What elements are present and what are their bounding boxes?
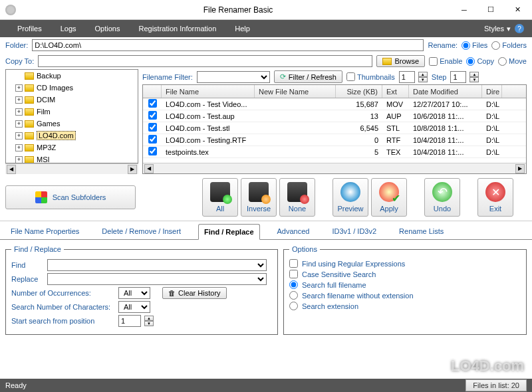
chars-select[interactable]: All [118,301,150,313]
expander-icon[interactable]: + [15,156,23,163]
thumbnails-checkbox[interactable] [346,72,355,81]
tree-item[interactable]: +Backup [6,70,138,82]
folder-input[interactable] [32,39,424,51]
menu-help[interactable]: Help [225,25,259,33]
undo-button[interactable]: ↶Undo [424,178,460,217]
step-input[interactable] [450,71,466,83]
table-row[interactable]: LO4D.com - Test.stl6,545STL10/8/2018 1:1… [143,122,526,134]
tree-item-label: MSI [37,155,50,163]
grid-scroll-left-icon[interactable]: ◀ [144,164,154,173]
grid-hscroll[interactable]: ◀▶ [143,163,526,173]
find-input[interactable] [47,259,267,271]
enable-checkbox[interactable] [429,57,438,66]
table-row[interactable]: LO4D.com - Test.aup13AUP10/6/2018 11:...… [143,110,526,122]
col-date[interactable]: Date Modified [409,85,482,98]
tree-item[interactable]: +Film [6,106,138,118]
thumb-spinner[interactable]: ▲▼ [418,72,428,82]
cell-dir: D:\L [482,100,502,108]
menu-logs[interactable]: Logs [51,25,86,33]
expander-icon[interactable]: + [15,132,23,140]
expander-icon[interactable]: + [15,84,23,92]
rename-folders-radio[interactable] [491,41,500,50]
tab-id3[interactable]: ID3v1 / ID3v2 [327,224,382,239]
tree-item[interactable]: +DCIM [6,94,138,106]
minimize-button[interactable]: ─ [455,3,473,17]
cell-date: 10/8/2018 1:1... [409,124,482,132]
table-row[interactable]: testpoints.tex5TEX10/4/2018 11:...D:\L [143,146,526,158]
occurrences-select[interactable]: All [118,287,150,299]
col-check[interactable] [143,85,162,98]
select-inverse-button[interactable]: Inverse [241,178,277,217]
tab-file-name-properties[interactable]: File Name Properties [5,224,84,239]
menu-styles[interactable]: Styles ▾ [484,25,511,33]
scroll-left-icon[interactable]: ◀ [7,165,16,174]
col-filename[interactable]: File Name [162,85,255,98]
tab-rename-lists[interactable]: Rename Lists [394,224,449,239]
table-row[interactable]: LO4D.com - Testing.RTF0RTF10/4/2018 11:.… [143,134,526,146]
row-checkbox[interactable] [148,135,157,144]
grid-header: File Name New File Name Size (KB) Ext Da… [143,85,526,98]
exit-button[interactable]: ✕Exit [477,178,513,217]
move-radio[interactable] [498,57,507,66]
copyto-input[interactable] [38,55,372,67]
close-button[interactable]: ✕ [508,3,527,17]
select-all-button[interactable]: All [202,178,238,217]
menu-registration[interactable]: Registration Information [129,25,225,33]
expander-icon[interactable]: + [15,96,23,104]
apply-button[interactable]: ✔Apply [371,178,407,217]
row-checkbox[interactable] [148,111,157,120]
table-row[interactable]: LO4D.com - Test Video...15,687MOV12/27/2… [143,98,526,110]
folder-tree[interactable]: +Backup+CD Images+DCIM+Film+Games+LO4D.c… [5,69,138,163]
col-ext[interactable]: Ext [382,85,409,98]
help-icon[interactable]: ? [515,24,524,33]
tree-item[interactable]: +Games [6,118,138,130]
rename-files-radio[interactable] [462,41,470,50]
folder-icon [25,120,34,128]
col-newfilename[interactable]: New File Name [255,85,336,98]
row-checkbox[interactable] [148,147,157,155]
cell-ext: MOV [382,100,409,108]
clear-history-button[interactable]: 🗑Clear History [162,287,227,299]
tab-delete-remove-insert[interactable]: Delete / Remove / Insert [96,224,186,239]
replace-input[interactable] [47,273,267,285]
copy-radio[interactable] [466,57,475,66]
expander-icon[interactable]: + [15,144,23,151]
tree-item[interactable]: +CD Images [6,82,138,94]
expander-icon[interactable]: + [15,108,23,116]
tree-hscroll[interactable]: ◀▶ [5,163,138,174]
expander-icon[interactable]: + [15,120,23,128]
filter-select[interactable] [197,71,270,83]
case-checkbox[interactable] [289,270,298,278]
step-spinner[interactable]: ▲▼ [469,72,479,82]
select-none-button[interactable]: None [279,178,315,217]
pos-spinner[interactable]: ▲▼ [144,316,154,326]
row-checkbox[interactable] [148,99,157,108]
thumbnail-size-input[interactable] [399,71,415,83]
col-dir[interactable]: Dire [482,85,502,98]
regex-checkbox[interactable] [289,259,298,268]
tab-find-replace[interactable]: Find / Replace [198,224,260,240]
scroll-right-icon[interactable]: ▶ [128,165,137,174]
pos-input[interactable] [118,315,141,327]
tree-item-label: MP3Z [37,144,56,151]
search-ext-radio[interactable] [289,302,298,310]
search-full-radio[interactable] [289,280,298,289]
maximize-button[interactable]: ☐ [481,3,500,17]
search-noext-radio[interactable] [289,291,298,300]
filter-refresh-button[interactable]: ⟳Filter / Refresh [274,70,342,83]
browse-button[interactable]: Browse [376,55,425,67]
grid-scroll-right-icon[interactable]: ▶ [515,164,525,173]
tab-advanced[interactable]: Advanced [272,224,315,239]
menu-options[interactable]: Options [86,25,130,33]
find-replace-legend: Find / Replace [11,245,64,253]
scan-subfolders-button[interactable]: Scan Subfolders [5,185,136,209]
preview-button[interactable]: Preview [332,178,368,217]
col-size[interactable]: Size (KB) [336,85,382,98]
menu-profiles[interactable]: Profiles [8,25,51,33]
tree-item[interactable]: +LO4D.com [6,130,138,142]
grid-body[interactable]: LO4D.com - Test Video...15,687MOV12/27/2… [143,98,526,163]
copyto-label: Copy To: [5,57,34,65]
row-checkbox[interactable] [148,123,157,132]
tree-item[interactable]: +MSI [6,153,138,163]
tree-item[interactable]: +MP3Z [6,142,138,153]
